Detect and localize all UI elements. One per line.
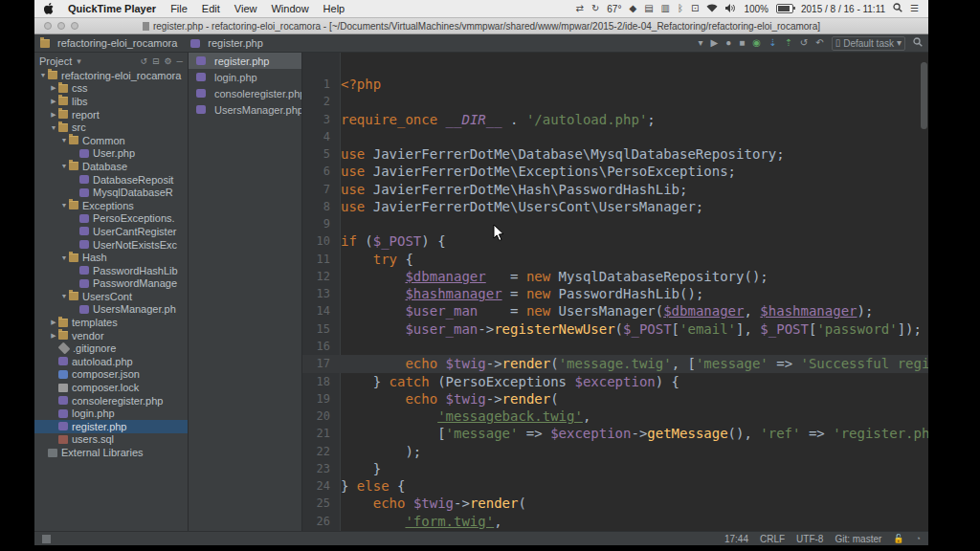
line-number[interactable]: 12 [302,268,341,285]
tree-item[interactable]: ▼UsersCont [34,290,188,303]
line-number[interactable]: 24 [302,477,341,495]
collapsed-arrow-icon[interactable]: ▶ [49,98,58,105]
run-button[interactable]: ▶ [711,38,719,48]
inspections-hector-icon[interactable]: ◔ [916,534,921,543]
caret-position[interactable]: 17:44 [724,534,748,544]
refresh-icon[interactable]: ↺ [140,56,147,66]
menu-edit[interactable]: Edit [202,3,220,14]
code-line[interactable]: 3require_once __DIR__ . '/autoload.php'; [302,111,928,128]
spaces-icon[interactable]: ▤ [644,4,653,13]
code-line[interactable]: 1<?php [302,76,928,93]
menu-file[interactable]: File [170,3,188,14]
line-number[interactable]: 23 [302,460,341,477]
collapsed-arrow-icon[interactable]: ▶ [49,111,58,119]
vcs-branch[interactable]: Git: master [835,534,881,544]
collapsed-arrow-icon[interactable]: ▶ [49,319,58,326]
stop-button[interactable]: ■ [739,38,745,48]
line-number[interactable]: 14 [302,302,341,320]
line-number[interactable]: 25 [302,495,341,512]
menu-help[interactable]: Help [323,3,345,14]
tree-item[interactable]: ▶vendor [34,329,188,342]
code-line[interactable]: 24} else { [302,477,928,495]
code-line[interactable]: 14 $user_man = new UsersManager($dbmanag… [302,302,928,320]
line-number[interactable]: 9 [302,215,341,232]
editor-tab[interactable]: register.php [189,53,301,69]
line-number[interactable]: 1 [302,76,341,93]
vcs-commit-button[interactable]: ⇡ [784,38,791,48]
settings-gear-icon[interactable]: ⚙ [165,56,172,66]
editor-tab[interactable]: UsersManager.php [189,101,301,118]
battery-icon[interactable] [776,4,793,13]
file-encoding[interactable]: UTF-8 [796,534,823,544]
tree-item[interactable]: ▼refactoring-eloi_rocamora [34,69,188,82]
history-button[interactable]: ↺ [800,38,808,48]
tree-item[interactable]: autoload.php [34,355,188,368]
minimize-window-button[interactable] [57,22,65,30]
tree-item[interactable]: composer.lock [34,381,188,394]
toolwindow-toggle-icon[interactable] [42,535,51,543]
line-number[interactable]: 10 [302,232,341,250]
code-line[interactable]: 17 echo $twig->render('message.twig', ['… [302,355,928,372]
tree-item[interactable]: PersoExceptions. [34,212,188,226]
tree-item[interactable]: PasswordManage [34,277,188,291]
expanded-arrow-icon[interactable]: ▼ [59,137,69,143]
line-number[interactable]: 5 [302,145,341,163]
editor-scrollbar[interactable] [921,62,927,129]
airplay-icon[interactable]: ⊡ [691,4,699,13]
code-line[interactable]: 10if ($_POST) { [302,232,928,250]
battery-percent[interactable]: 100% [744,4,768,14]
line-number[interactable]: 11 [302,251,341,268]
code-line[interactable]: 20 'messageback.twig', [302,408,928,425]
code-line[interactable]: 19 echo $twig->render( [302,390,928,408]
tree-item[interactable]: register.php [34,420,188,433]
tree-item[interactable]: UserCantRegister [34,225,188,238]
line-number[interactable]: 13 [302,285,341,302]
collapsed-arrow-icon[interactable]: ▶ [49,332,58,340]
code-editor[interactable]: 1<?php23require_once __DIR__ . '/autoloa… [302,53,928,531]
tree-item[interactable]: login.php [34,407,188,420]
expanded-arrow-icon[interactable]: ▼ [59,293,69,299]
code-line[interactable]: 16 [302,338,928,355]
expanded-arrow-icon[interactable]: ▼ [38,72,48,78]
window-titlebar[interactable]: register.php - refactoring-eloi_rocamora… [34,18,928,34]
code-line[interactable]: 13 $hashmanager = new PasswordHashLib(); [302,285,928,302]
wifi-icon[interactable] [706,4,718,14]
line-number[interactable]: 22 [302,443,341,460]
temperature-status[interactable]: 67° [607,4,621,14]
line-number[interactable]: 17 [302,355,341,372]
code-line[interactable]: 25 echo $twig->render( [302,495,928,512]
tree-item[interactable]: UserNotExistsExc [34,238,188,252]
code-line[interactable]: 6use JavierFerrerDotMe\Exceptions\PersoE… [302,163,928,180]
line-number[interactable]: 7 [302,181,341,198]
code-line[interactable]: 22 ); [302,443,928,460]
tree-item[interactable]: ▶libs [34,95,188,108]
tree-item[interactable]: PasswordHashLib [34,264,188,277]
tree-item[interactable]: consoleregister.php [34,394,188,408]
zoom-window-button[interactable] [71,22,78,30]
tree-item[interactable]: ▼Common [34,134,188,147]
collapse-all-icon[interactable]: ⊟ [152,56,160,66]
code-line[interactable]: 11 try { [302,251,928,268]
run-config-dropdown[interactable]: ▾ [699,38,703,48]
line-number[interactable]: 3 [302,111,341,128]
code-line[interactable]: 4 [302,128,928,145]
tree-item[interactable]: External Libraries [34,446,188,459]
code-line[interactable]: 21 ['message' => $exception->getMessage(… [302,425,928,442]
app-menu-quicktime[interactable]: QuickTime Player [68,3,156,14]
line-number[interactable]: 26 [302,513,341,530]
line-number[interactable]: 6 [302,163,341,180]
coverage-button[interactable]: ◉ [752,38,761,48]
vcs-update-button[interactable]: ⇣ [768,38,776,48]
code-line[interactable]: 18 } catch (PersoExceptions $exception) … [302,373,928,390]
display-icon[interactable]: ▥ [661,4,670,13]
sync-status-icon[interactable]: ⇄ [576,4,584,13]
default-task-selector[interactable]: ▯ Default task ▾ [832,36,905,51]
line-number[interactable]: 2 [302,93,341,110]
collapsed-arrow-icon[interactable]: ▶ [49,84,58,92]
code-line[interactable]: 5use JavierFerrerDotMe\Database\MysqlDat… [302,145,928,163]
tree-item[interactable]: MysqlDatabaseR [34,186,188,199]
debug-button[interactable]: ● [725,38,731,48]
tree-item[interactable]: UsersManager.ph [34,303,188,317]
volume-icon[interactable] [725,4,736,14]
code-line[interactable]: 23 } [302,460,928,477]
